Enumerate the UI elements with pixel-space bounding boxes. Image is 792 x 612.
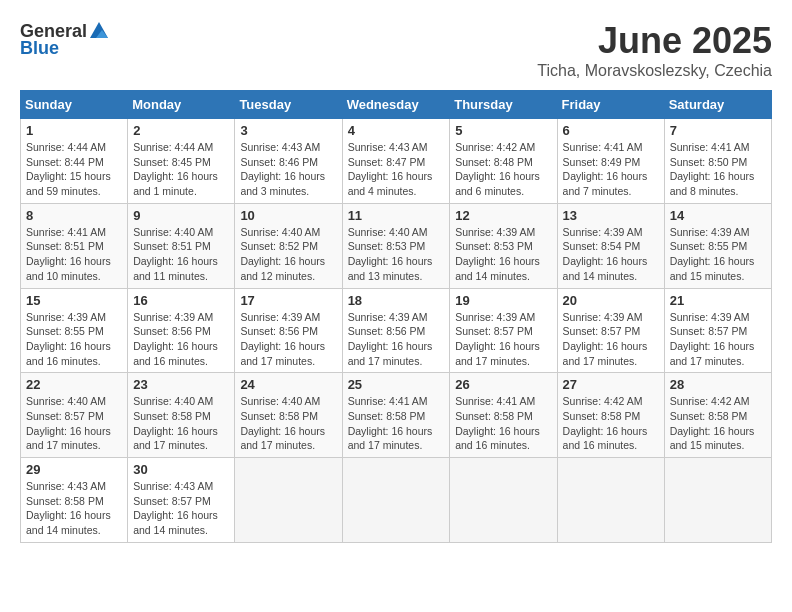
day-info: Sunrise: 4:39 AM Sunset: 8:54 PM Dayligh…: [563, 226, 648, 282]
day-number: 6: [563, 123, 659, 138]
logo: General Blue: [20, 20, 111, 59]
day-cell: 23Sunrise: 4:40 AM Sunset: 8:58 PM Dayli…: [128, 373, 235, 458]
week-row-2: 8Sunrise: 4:41 AM Sunset: 8:51 PM Daylig…: [21, 203, 772, 288]
day-number: 28: [670, 377, 766, 392]
day-cell: 21Sunrise: 4:39 AM Sunset: 8:57 PM Dayli…: [664, 288, 771, 373]
day-info: Sunrise: 4:42 AM Sunset: 8:58 PM Dayligh…: [563, 395, 648, 451]
day-cell: 14Sunrise: 4:39 AM Sunset: 8:55 PM Dayli…: [664, 203, 771, 288]
day-number: 10: [240, 208, 336, 223]
day-info: Sunrise: 4:40 AM Sunset: 8:52 PM Dayligh…: [240, 226, 325, 282]
day-info: Sunrise: 4:40 AM Sunset: 8:57 PM Dayligh…: [26, 395, 111, 451]
day-number: 25: [348, 377, 445, 392]
day-info: Sunrise: 4:39 AM Sunset: 8:53 PM Dayligh…: [455, 226, 540, 282]
page-header: General Blue June 2025 Ticha, Moravskosl…: [20, 20, 772, 80]
day-number: 20: [563, 293, 659, 308]
day-info: Sunrise: 4:42 AM Sunset: 8:58 PM Dayligh…: [670, 395, 755, 451]
day-number: 14: [670, 208, 766, 223]
day-cell: [557, 458, 664, 543]
day-cell: 12Sunrise: 4:39 AM Sunset: 8:53 PM Dayli…: [450, 203, 557, 288]
day-cell: 1Sunrise: 4:44 AM Sunset: 8:44 PM Daylig…: [21, 119, 128, 204]
day-number: 30: [133, 462, 229, 477]
weekday-header-wednesday: Wednesday: [342, 91, 450, 119]
week-row-5: 29Sunrise: 4:43 AM Sunset: 8:58 PM Dayli…: [21, 458, 772, 543]
day-number: 24: [240, 377, 336, 392]
day-cell: 3Sunrise: 4:43 AM Sunset: 8:46 PM Daylig…: [235, 119, 342, 204]
day-cell: 10Sunrise: 4:40 AM Sunset: 8:52 PM Dayli…: [235, 203, 342, 288]
day-cell: 17Sunrise: 4:39 AM Sunset: 8:56 PM Dayli…: [235, 288, 342, 373]
day-number: 18: [348, 293, 445, 308]
day-number: 22: [26, 377, 122, 392]
day-cell: 30Sunrise: 4:43 AM Sunset: 8:57 PM Dayli…: [128, 458, 235, 543]
day-cell: 20Sunrise: 4:39 AM Sunset: 8:57 PM Dayli…: [557, 288, 664, 373]
day-info: Sunrise: 4:41 AM Sunset: 8:51 PM Dayligh…: [26, 226, 111, 282]
day-number: 19: [455, 293, 551, 308]
day-number: 11: [348, 208, 445, 223]
day-cell: 25Sunrise: 4:41 AM Sunset: 8:58 PM Dayli…: [342, 373, 450, 458]
day-cell: 19Sunrise: 4:39 AM Sunset: 8:57 PM Dayli…: [450, 288, 557, 373]
day-info: Sunrise: 4:43 AM Sunset: 8:57 PM Dayligh…: [133, 480, 218, 536]
day-info: Sunrise: 4:43 AM Sunset: 8:58 PM Dayligh…: [26, 480, 111, 536]
day-cell: 8Sunrise: 4:41 AM Sunset: 8:51 PM Daylig…: [21, 203, 128, 288]
day-cell: 11Sunrise: 4:40 AM Sunset: 8:53 PM Dayli…: [342, 203, 450, 288]
day-info: Sunrise: 4:44 AM Sunset: 8:45 PM Dayligh…: [133, 141, 218, 197]
day-cell: 5Sunrise: 4:42 AM Sunset: 8:48 PM Daylig…: [450, 119, 557, 204]
day-info: Sunrise: 4:43 AM Sunset: 8:46 PM Dayligh…: [240, 141, 325, 197]
day-number: 23: [133, 377, 229, 392]
day-cell: 4Sunrise: 4:43 AM Sunset: 8:47 PM Daylig…: [342, 119, 450, 204]
day-number: 27: [563, 377, 659, 392]
weekday-header-thursday: Thursday: [450, 91, 557, 119]
title-block: June 2025 Ticha, Moravskoslezsky, Czechi…: [537, 20, 772, 80]
day-info: Sunrise: 4:41 AM Sunset: 8:50 PM Dayligh…: [670, 141, 755, 197]
day-info: Sunrise: 4:39 AM Sunset: 8:57 PM Dayligh…: [563, 311, 648, 367]
weekday-header-row: SundayMondayTuesdayWednesdayThursdayFrid…: [21, 91, 772, 119]
weekday-header-monday: Monday: [128, 91, 235, 119]
day-number: 29: [26, 462, 122, 477]
day-info: Sunrise: 4:42 AM Sunset: 8:48 PM Dayligh…: [455, 141, 540, 197]
day-info: Sunrise: 4:39 AM Sunset: 8:56 PM Dayligh…: [240, 311, 325, 367]
day-info: Sunrise: 4:41 AM Sunset: 8:58 PM Dayligh…: [455, 395, 540, 451]
day-number: 12: [455, 208, 551, 223]
day-number: 1: [26, 123, 122, 138]
day-cell: 7Sunrise: 4:41 AM Sunset: 8:50 PM Daylig…: [664, 119, 771, 204]
day-cell: 27Sunrise: 4:42 AM Sunset: 8:58 PM Dayli…: [557, 373, 664, 458]
day-number: 5: [455, 123, 551, 138]
logo-blue-text: Blue: [20, 38, 59, 59]
day-number: 15: [26, 293, 122, 308]
day-cell: 2Sunrise: 4:44 AM Sunset: 8:45 PM Daylig…: [128, 119, 235, 204]
day-cell: 9Sunrise: 4:40 AM Sunset: 8:51 PM Daylig…: [128, 203, 235, 288]
day-number: 8: [26, 208, 122, 223]
day-number: 9: [133, 208, 229, 223]
day-info: Sunrise: 4:40 AM Sunset: 8:58 PM Dayligh…: [133, 395, 218, 451]
day-info: Sunrise: 4:39 AM Sunset: 8:55 PM Dayligh…: [670, 226, 755, 282]
day-info: Sunrise: 4:40 AM Sunset: 8:53 PM Dayligh…: [348, 226, 433, 282]
day-info: Sunrise: 4:41 AM Sunset: 8:58 PM Dayligh…: [348, 395, 433, 451]
day-number: 21: [670, 293, 766, 308]
day-cell: 18Sunrise: 4:39 AM Sunset: 8:56 PM Dayli…: [342, 288, 450, 373]
day-number: 13: [563, 208, 659, 223]
day-cell: 29Sunrise: 4:43 AM Sunset: 8:58 PM Dayli…: [21, 458, 128, 543]
day-cell: 6Sunrise: 4:41 AM Sunset: 8:49 PM Daylig…: [557, 119, 664, 204]
day-cell: 24Sunrise: 4:40 AM Sunset: 8:58 PM Dayli…: [235, 373, 342, 458]
day-number: 26: [455, 377, 551, 392]
day-cell: [664, 458, 771, 543]
day-number: 16: [133, 293, 229, 308]
weekday-header-tuesday: Tuesday: [235, 91, 342, 119]
day-cell: 26Sunrise: 4:41 AM Sunset: 8:58 PM Dayli…: [450, 373, 557, 458]
day-cell: 15Sunrise: 4:39 AM Sunset: 8:55 PM Dayli…: [21, 288, 128, 373]
day-info: Sunrise: 4:40 AM Sunset: 8:51 PM Dayligh…: [133, 226, 218, 282]
day-info: Sunrise: 4:41 AM Sunset: 8:49 PM Dayligh…: [563, 141, 648, 197]
day-info: Sunrise: 4:39 AM Sunset: 8:55 PM Dayligh…: [26, 311, 111, 367]
day-info: Sunrise: 4:40 AM Sunset: 8:58 PM Dayligh…: [240, 395, 325, 451]
weekday-header-friday: Friday: [557, 91, 664, 119]
weekday-header-sunday: Sunday: [21, 91, 128, 119]
month-title: June 2025: [537, 20, 772, 62]
day-cell: [235, 458, 342, 543]
day-cell: 28Sunrise: 4:42 AM Sunset: 8:58 PM Dayli…: [664, 373, 771, 458]
day-number: 7: [670, 123, 766, 138]
weekday-header-saturday: Saturday: [664, 91, 771, 119]
day-number: 2: [133, 123, 229, 138]
day-info: Sunrise: 4:39 AM Sunset: 8:57 PM Dayligh…: [670, 311, 755, 367]
day-cell: 13Sunrise: 4:39 AM Sunset: 8:54 PM Dayli…: [557, 203, 664, 288]
location-title: Ticha, Moravskoslezsky, Czechia: [537, 62, 772, 80]
day-cell: [450, 458, 557, 543]
